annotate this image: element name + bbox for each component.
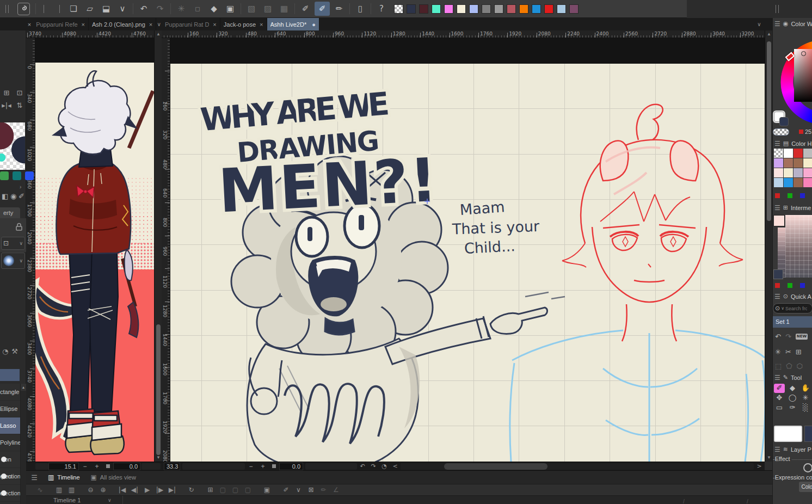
history-color-swatch[interactable]	[803, 158, 812, 168]
toolbar-color-swatch[interactable]	[432, 4, 441, 14]
zoom-reset-button[interactable]	[106, 464, 110, 468]
flip-h-icon[interactable]: ▸|◂	[2, 101, 11, 109]
left-canvas[interactable]	[35, 63, 154, 462]
pen-tool-icon[interactable]: ✏	[331, 4, 347, 14]
canvas-redo-icon[interactable]: ↷	[368, 463, 379, 470]
separator[interactable]	[241, 3, 241, 14]
rotation-value-field[interactable]: 0.0	[113, 463, 140, 470]
zoom-out-button[interactable]: −	[79, 463, 91, 470]
tablet-icon[interactable]: ▯	[352, 4, 368, 14]
qa-redo-icon[interactable]: ↷	[785, 333, 791, 341]
right-canvas[interactable]: WHY ARE WE DRAWING MEN?! Maam That is yo…	[170, 64, 765, 462]
qa-transform-icon[interactable]: ⬚	[775, 362, 782, 370]
timeline-name-dropdown[interactable]: Timeline 1	[53, 497, 102, 503]
effect-circle-icon[interactable]	[803, 463, 812, 472]
main-color-swatch[interactable]	[774, 426, 802, 442]
flip-v-icon[interactable]: ⇅	[17, 101, 23, 109]
timeline-tab[interactable]: ▥Timeline	[42, 471, 85, 484]
history-color-swatch[interactable]	[774, 158, 783, 168]
save-chevron[interactable]: ∨	[114, 4, 131, 14]
toolbar-color-swatch[interactable]	[469, 4, 478, 14]
intermediate-dark-swatch[interactable]	[773, 269, 783, 279]
history-color-swatch[interactable]	[803, 149, 812, 158]
close-pane-button[interactable]: ×	[26, 21, 33, 28]
tl-first-frame-icon[interactable]: |◀	[116, 486, 128, 494]
qa-processing-icon[interactable]: ✳	[775, 348, 781, 356]
mix-color-swatch[interactable]	[25, 171, 34, 180]
tool-panel-header[interactable]: ☰✎Tool	[773, 373, 812, 382]
tool-hand[interactable]: ✋	[801, 384, 810, 394]
select-shade-icon[interactable]: ▨	[260, 4, 276, 14]
fill-icon[interactable]: ◆	[206, 4, 222, 14]
tool-lasso[interactable]: ◯	[789, 394, 797, 403]
tl-next-frame-icon[interactable]: |▶	[153, 486, 166, 494]
tl-onion-icon[interactable]: ▣	[261, 486, 273, 494]
history-color-swatch[interactable]	[784, 178, 793, 187]
toolbar-color-swatch[interactable]	[557, 4, 566, 14]
toolbar-color-swatch[interactable]	[394, 4, 403, 14]
redo-icon[interactable]: ↷	[152, 4, 168, 14]
tl-chevron[interactable]: ∨	[292, 486, 305, 494]
tl-add-frame-icon[interactable]: ▢	[217, 486, 229, 494]
toolbar-drag-handle[interactable]	[5, 5, 9, 13]
tool-fill[interactable]: ◆	[790, 384, 795, 394]
layout-icon-2[interactable]: ⊡	[17, 89, 23, 97]
zoom-value-field[interactable]: 15.1	[48, 463, 79, 470]
zoom-in-button[interactable]: +	[91, 463, 103, 470]
lock-icon[interactable]	[15, 223, 23, 231]
history-color-swatch[interactable]	[774, 149, 783, 158]
history-color-swatch[interactable]	[793, 149, 803, 158]
tl-unlink-frame-icon[interactable]: ▢	[242, 486, 254, 494]
save-icon[interactable]: ⬓	[98, 4, 114, 14]
open-file-icon[interactable]: ▱	[82, 4, 98, 14]
quick-access-search[interactable]: ⊙∨	[773, 303, 812, 314]
help-icon[interactable]: ?	[373, 4, 390, 14]
zoom-in-button[interactable]: +	[257, 463, 269, 470]
quick-access-set-dropdown[interactable]: Set 1	[773, 316, 812, 328]
toolbar-color-swatch[interactable]	[407, 4, 416, 14]
color-history-panel-header[interactable]: ☰▤Color H	[773, 139, 812, 148]
rotation-value-field[interactable]: 0.0	[279, 463, 303, 470]
scroll-right-arrow[interactable]: >	[754, 463, 765, 470]
subtool-selection-pen[interactable]: on pen	[0, 451, 20, 468]
background-color-swatch[interactable]	[779, 117, 789, 126]
tool-eraser[interactable]: ▭	[776, 403, 783, 413]
qa-new-badge[interactable]: NEW	[796, 334, 808, 340]
tl-timeline-icon[interactable]: ▥	[53, 486, 65, 494]
tl-pen2-icon[interactable]: ✏	[317, 486, 330, 494]
separator[interactable]	[170, 3, 171, 14]
tl-brush-icon[interactable]: ✐	[280, 486, 292, 494]
qa-polygon-icon[interactable]: ⬠	[786, 362, 792, 370]
tab-ashh-live2d[interactable]: Ashh Live2D*×●	[267, 18, 319, 30]
separator[interactable]	[349, 3, 350, 14]
zoom-value-field[interactable]: 33.3	[164, 463, 180, 470]
canvas-frame-icon[interactable]: ▣	[222, 4, 238, 14]
brush-tool-icon[interactable]: ✐	[315, 2, 330, 16]
tl-graph-icon[interactable]: ∿	[34, 486, 46, 494]
history-color-swatch[interactable]	[803, 168, 812, 177]
toolbar-color-swatch[interactable]	[482, 4, 491, 14]
sv-picker-handle[interactable]	[801, 51, 806, 56]
settings-wrench-icon[interactable]: ⚒	[11, 347, 18, 355]
toolbar-color-swatch[interactable]	[532, 4, 541, 14]
toolbar-color-swatch[interactable]	[544, 4, 553, 14]
right-canvas-v-scrollbar[interactable]: ▲ ▼	[765, 30, 772, 462]
tool-pen[interactable]: ✐	[774, 384, 785, 393]
tl-last-frame-icon[interactable]: ▶|	[166, 486, 179, 494]
toolbar-drag-handle[interactable]	[44, 5, 60, 13]
tab-list-chevron[interactable]: ∨	[755, 21, 764, 27]
tool-blend[interactable]: ✑	[790, 403, 796, 413]
transparent-color-button[interactable]	[773, 128, 789, 136]
history-color-swatch[interactable]	[793, 168, 803, 177]
color-mixer-preview[interactable]	[0, 122, 25, 170]
tl-new-frame-icon[interactable]: ⊞	[204, 486, 217, 494]
left-canvas-v-scrollbar[interactable]: ▲ ▼	[154, 30, 162, 462]
tab-list-chevron[interactable]: ∨	[156, 21, 162, 27]
layout-icon-1[interactable]: ⊞	[4, 89, 10, 97]
history-color-swatch[interactable]	[774, 168, 783, 177]
qa-undo-icon[interactable]: ↶	[775, 333, 781, 341]
qa-copy-icon[interactable]: ⊞	[796, 348, 802, 356]
h-scrollbar-thumb[interactable]	[444, 463, 548, 470]
tool-wand[interactable]: ✳	[803, 394, 809, 403]
timelapse-icon[interactable]: ◔	[2, 347, 8, 355]
